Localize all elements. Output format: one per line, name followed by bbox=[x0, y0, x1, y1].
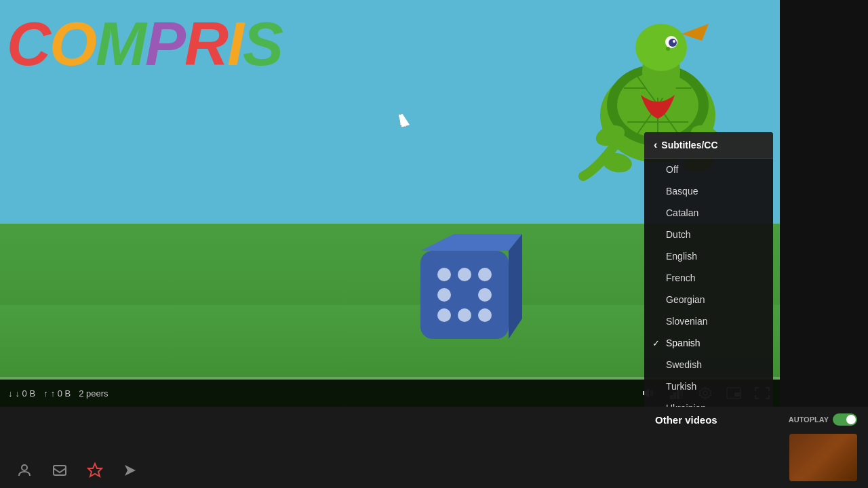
toggle-knob bbox=[846, 415, 856, 424]
svg-point-31 bbox=[22, 465, 27, 470]
mouse-cursor bbox=[400, 114, 411, 127]
svg-point-20 bbox=[437, 308, 451, 322]
other-videos-title: Other videos bbox=[655, 414, 717, 426]
svg-point-21 bbox=[458, 308, 471, 322]
subtitle-label-off: Off bbox=[666, 164, 678, 175]
svg-rect-14 bbox=[420, 251, 509, 339]
other-videos-header: Other videos AUTOPLAY bbox=[644, 407, 868, 426]
title-letter-r: R bbox=[184, 9, 227, 79]
subtitle-menu-header[interactable]: ‹ Subtitles/CC bbox=[644, 132, 773, 159]
title-letter-m: M bbox=[96, 9, 145, 79]
title-letter-o: O bbox=[50, 9, 96, 79]
autoplay-toggle[interactable] bbox=[833, 413, 857, 426]
upload-value: ↑ 0 B bbox=[51, 388, 71, 399]
title-letter-s: S bbox=[243, 9, 282, 79]
subtitle-label-swedish: Swedish bbox=[666, 359, 702, 370]
svg-point-8 bbox=[666, 47, 670, 51]
bottom-icons-row bbox=[0, 460, 610, 481]
subtitle-item-ukrainian[interactable]: Ukrainian bbox=[644, 397, 773, 407]
bottom-icon-3[interactable] bbox=[84, 460, 106, 481]
svg-point-16 bbox=[458, 268, 471, 281]
subtitle-label-dutch: Dutch bbox=[666, 229, 691, 240]
svg-marker-9 bbox=[682, 24, 709, 41]
subtitle-label-basque: Basque bbox=[666, 186, 698, 197]
subtitle-item-slovenian[interactable]: Slovenian bbox=[644, 310, 773, 332]
subtitle-label-spanish: Spanish bbox=[666, 338, 701, 348]
svg-point-18 bbox=[437, 288, 451, 302]
subtitle-label-slovenian: Slovenian bbox=[666, 316, 708, 327]
subtitle-label-georgian: Georgian bbox=[666, 294, 705, 305]
subtitle-label-turkish: Turkish bbox=[666, 381, 696, 392]
svg-point-6 bbox=[669, 39, 677, 47]
subtitle-item-basque[interactable]: Basque bbox=[644, 180, 773, 202]
download-speed: ↓ ↓ 0 B bbox=[8, 388, 35, 399]
bottom-icon-2[interactable] bbox=[49, 460, 71, 481]
back-arrow-icon: ‹ bbox=[654, 139, 657, 151]
subtitle-menu-title: Subtitles/CC bbox=[661, 140, 717, 150]
subtitle-item-english[interactable]: English bbox=[644, 245, 773, 267]
subtitle-label-ukrainian: Ukrainian bbox=[666, 403, 706, 407]
autoplay-control: AUTOPLAY bbox=[789, 413, 857, 426]
subtitle-menu: ‹ Subtitles/CC Off Basque Catalan Dutch … bbox=[644, 132, 773, 407]
subtitle-item-catalan[interactable]: Catalan bbox=[644, 202, 773, 224]
subtitle-item-spanish[interactable]: Spanish bbox=[644, 332, 773, 354]
subtitle-item-french[interactable]: French bbox=[644, 267, 773, 289]
bottom-panel: Other videos AUTOPLAY bbox=[0, 407, 868, 488]
autoplay-label: AUTOPLAY bbox=[789, 415, 829, 424]
title-letter-i: I bbox=[227, 9, 243, 79]
thumbnail-image bbox=[789, 434, 857, 481]
subtitle-item-swedish[interactable]: Swedish bbox=[644, 354, 773, 375]
subtitle-label-english: English bbox=[666, 251, 697, 262]
svg-point-19 bbox=[478, 288, 492, 302]
title-letter-c: C bbox=[7, 9, 50, 79]
svg-point-22 bbox=[478, 308, 492, 322]
video-player: C O M P R I S bbox=[0, 0, 780, 407]
peers-value: 2 peers bbox=[79, 388, 108, 399]
subtitle-item-georgian[interactable]: Georgian bbox=[644, 289, 773, 310]
subtitle-item-turkish[interactable]: Turkish bbox=[644, 375, 773, 397]
svg-point-17 bbox=[478, 268, 492, 281]
video-thumbnail[interactable] bbox=[789, 434, 857, 481]
svg-point-4 bbox=[635, 24, 687, 71]
subtitle-item-off[interactable]: Off bbox=[644, 159, 773, 180]
subtitle-label-french: French bbox=[666, 272, 696, 283]
download-icon: ↓ bbox=[8, 388, 13, 399]
bottom-icon-1[interactable] bbox=[14, 460, 35, 481]
svg-point-7 bbox=[673, 40, 675, 43]
subtitle-item-dutch[interactable]: Dutch bbox=[644, 224, 773, 245]
svg-point-15 bbox=[437, 268, 451, 281]
dice-prop bbox=[407, 230, 529, 352]
download-value: ↓ 0 B bbox=[16, 388, 36, 399]
video-title-overlay: C O M P R I S bbox=[0, 0, 407, 88]
upload-speed: ↑ ↑ 0 B bbox=[43, 388, 71, 399]
upload-icon: ↑ bbox=[43, 388, 48, 399]
peers-count: 2 peers bbox=[79, 388, 108, 399]
subtitle-label-catalan: Catalan bbox=[666, 207, 698, 218]
bottom-icon-4[interactable] bbox=[119, 460, 141, 481]
title-letter-p: P bbox=[145, 9, 184, 79]
